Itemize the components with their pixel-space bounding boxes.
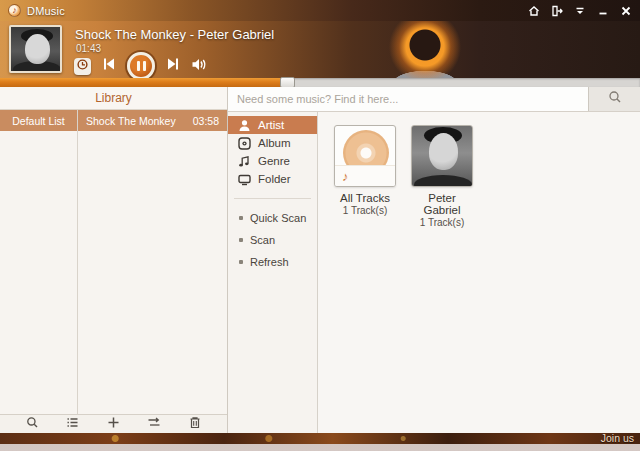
screen: ♪ DMusic Shock The Monkey — [0, 0, 640, 451]
library-search-button[interactable] — [21, 416, 43, 432]
library-toolbar — [0, 414, 227, 433]
sidebar-item-label: Album — [258, 137, 291, 149]
elapsed-time: 01:43 — [76, 43, 101, 54]
sidebar-item-folder[interactable]: Folder — [228, 170, 317, 188]
sidebar-item-label: Artist — [258, 119, 284, 131]
trash-icon — [189, 415, 201, 433]
menu-icon — [574, 5, 586, 17]
playlist-row-default-list[interactable]: Default List — [0, 110, 77, 131]
music-note-icon: ♪ — [342, 169, 349, 184]
queue-toggle-button[interactable] — [74, 58, 91, 75]
track-row[interactable]: Shock The Monkey 03:58 — [78, 110, 227, 131]
close-icon — [620, 5, 632, 17]
progress-bar[interactable] — [0, 78, 640, 87]
previous-button[interactable] — [101, 56, 117, 76]
sidebar-item-label: Genre — [258, 155, 290, 167]
all-tracks-art: ♪ — [334, 125, 396, 187]
search-icon — [26, 415, 39, 433]
close-button[interactable] — [619, 4, 633, 18]
player-header: Shock The Monkey - Peter Gabriel 01:43 — [0, 21, 640, 78]
clock-icon — [76, 57, 89, 75]
card-subtitle: 1 Track(s) — [333, 205, 397, 216]
playlist-name: Default List — [12, 115, 65, 127]
plus-icon — [107, 415, 120, 433]
sign-out-icon — [551, 5, 563, 17]
pause-button[interactable] — [127, 52, 155, 80]
app-title: DMusic — [27, 5, 65, 17]
genre-icon — [237, 155, 251, 168]
playlist-column: Default List — [0, 110, 78, 414]
card-subtitle: 1 Track(s) — [410, 217, 474, 228]
home-button[interactable] — [527, 4, 541, 18]
browse-row: Artist Album Genre Folder — [228, 112, 640, 433]
track-column: Shock The Monkey 03:58 — [78, 110, 227, 414]
artist-icon — [237, 119, 251, 132]
bullet-icon — [239, 216, 243, 220]
action-label: Refresh — [250, 256, 289, 268]
titlebar: ♪ DMusic — [0, 0, 640, 21]
playback-controls — [74, 54, 208, 78]
minimize-icon — [597, 5, 609, 17]
now-playing-title: Shock The Monkey - Peter Gabriel — [75, 27, 274, 42]
card-title: Peter Gabriel — [410, 192, 474, 216]
shuffle-icon — [147, 415, 161, 433]
photo-shoulders — [414, 175, 472, 187]
home-icon — [528, 5, 540, 17]
action-label: Scan — [250, 234, 275, 246]
action-refresh[interactable]: Refresh — [228, 251, 317, 273]
search-button[interactable] — [588, 87, 640, 111]
artist-photo — [411, 125, 473, 187]
track-duration: 03:58 — [193, 115, 219, 127]
browse-sidebar: Artist Album Genre Folder — [228, 112, 318, 433]
folder-icon — [237, 173, 251, 186]
search-bar — [228, 87, 640, 112]
minimize-button[interactable] — [596, 4, 610, 18]
progress-fill — [0, 78, 288, 87]
sidebar-item-album[interactable]: Album — [228, 134, 317, 152]
album-art — [9, 25, 62, 73]
action-quick-scan[interactable]: Quick Scan — [228, 207, 317, 229]
action-label: Quick Scan — [250, 212, 306, 224]
photo-face — [429, 133, 458, 170]
join-us-link[interactable]: Join us — [601, 433, 634, 444]
card-all-tracks[interactable]: ♪ All Tracks 1 Track(s) — [333, 125, 397, 216]
bullet-icon — [239, 238, 243, 242]
pause-icon — [137, 61, 140, 71]
menu-button[interactable] — [573, 4, 587, 18]
bullet-icon — [239, 260, 243, 264]
search-input[interactable] — [228, 87, 588, 111]
shuffle-button[interactable] — [143, 416, 165, 432]
card-peter-gabriel[interactable]: Peter Gabriel 1 Track(s) — [410, 125, 474, 228]
add-button[interactable] — [102, 416, 124, 432]
sidebar-separator — [234, 198, 311, 199]
sidebar-item-label: Folder — [258, 173, 291, 185]
app-logo-icon: ♪ — [8, 4, 21, 17]
logo-note-glyph: ♪ — [12, 6, 17, 15]
library-columns: Default List Shock The Monkey 03:58 — [0, 110, 227, 414]
album-icon — [237, 137, 251, 150]
browser-panel: Artist Album Genre Folder — [228, 87, 640, 433]
volume-button[interactable] — [191, 57, 208, 76]
sign-out-button[interactable] — [550, 4, 564, 18]
library-panel: Library Default List Shock The Monkey 03… — [0, 87, 228, 433]
statusbar: Join us — [0, 433, 640, 444]
sidebar-item-genre[interactable]: Genre — [228, 152, 317, 170]
previous-icon — [101, 56, 117, 76]
action-scan[interactable]: Scan — [228, 229, 317, 251]
next-icon — [165, 56, 181, 76]
search-icon — [608, 90, 622, 108]
sidebar-item-artist[interactable]: Artist — [228, 116, 317, 134]
list-icon — [66, 415, 79, 433]
track-title: Shock The Monkey — [86, 115, 176, 127]
delete-button[interactable] — [184, 416, 206, 432]
next-button[interactable] — [165, 56, 181, 76]
library-header: Library — [0, 87, 227, 110]
playlist-list-button[interactable] — [62, 416, 84, 432]
window-controls — [527, 4, 640, 18]
card-title: All Tracks — [333, 192, 397, 204]
album-art-face — [25, 34, 50, 64]
artist-grid: ♪ All Tracks 1 Track(s) Peter Gabriel 1 … — [318, 112, 640, 433]
pause-icon-bar2 — [143, 61, 146, 71]
volume-icon — [191, 57, 208, 76]
main-area: Library Default List Shock The Monkey 03… — [0, 87, 640, 433]
